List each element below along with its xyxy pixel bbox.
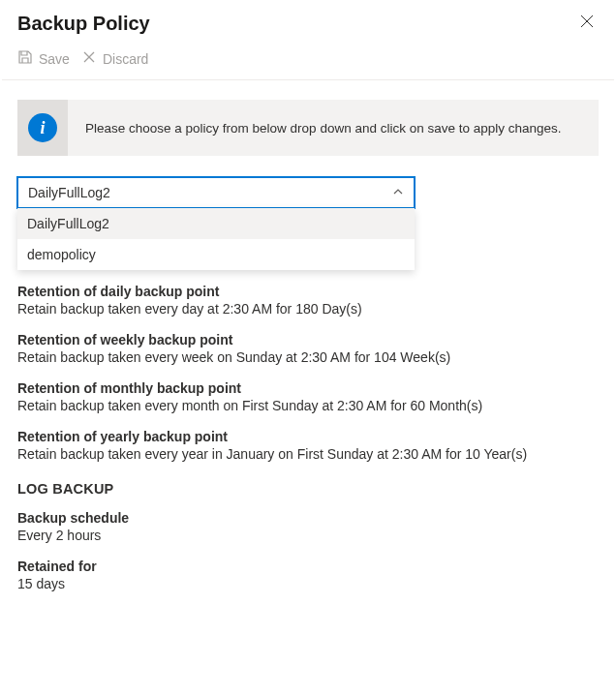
retained-for-label: Retained for	[17, 559, 599, 574]
page-title: Backup Policy	[17, 13, 150, 35]
monthly-retention-value: Retain backup taken every month on First…	[17, 398, 599, 413]
policy-dropdown-value: DailyFullLog2	[28, 185, 110, 200]
weekly-retention-value: Retain backup taken every week on Sunday…	[17, 349, 599, 365]
save-icon	[17, 49, 33, 68]
monthly-retention-label: Retention of monthly backup point	[17, 380, 599, 396]
toolbar: Save Discard	[0, 38, 616, 79]
daily-retention-value: Retain backup taken every day at 2:30 AM…	[17, 301, 599, 317]
policy-dropdown-select[interactable]: DailyFullLog2	[17, 177, 415, 208]
yearly-retention-value: Retain backup taken every year in Januar…	[17, 446, 599, 462]
info-icon-wrap: i	[17, 100, 68, 156]
discard-label: Discard	[103, 51, 148, 67]
save-label: Save	[39, 51, 70, 67]
backup-schedule-label: Backup schedule	[17, 510, 599, 526]
daily-retention-label: Retention of daily backup point	[17, 284, 599, 299]
backup-schedule-value: Every 2 hours	[17, 528, 599, 543]
discard-icon	[81, 49, 97, 68]
policy-option[interactable]: DailyFullLog2	[17, 208, 415, 239]
log-backup-heading: LOG BACKUP	[17, 481, 599, 497]
yearly-retention-label: Retention of yearly backup point	[17, 429, 599, 444]
info-icon: i	[28, 113, 57, 142]
close-button[interactable]	[575, 10, 599, 38]
info-bar: i Please choose a policy from below drop…	[17, 100, 599, 156]
weekly-retention-label: Retention of weekly backup point	[17, 332, 599, 348]
policy-dropdown-list: DailyFullLog2 demopolicy	[17, 208, 415, 270]
retained-for-value: 15 days	[17, 576, 599, 591]
info-message: Please choose a policy from below drop d…	[68, 121, 579, 136]
header: Backup Policy	[0, 0, 616, 38]
discard-button[interactable]: Discard	[81, 49, 148, 68]
chevron-up-icon	[392, 185, 404, 200]
close-icon	[579, 14, 595, 33]
save-button[interactable]: Save	[17, 49, 70, 68]
policy-option[interactable]: demopolicy	[17, 239, 415, 270]
policy-dropdown: DailyFullLog2 DailyFullLog2 demopolicy	[17, 177, 415, 208]
content: i Please choose a policy from below drop…	[0, 80, 616, 626]
